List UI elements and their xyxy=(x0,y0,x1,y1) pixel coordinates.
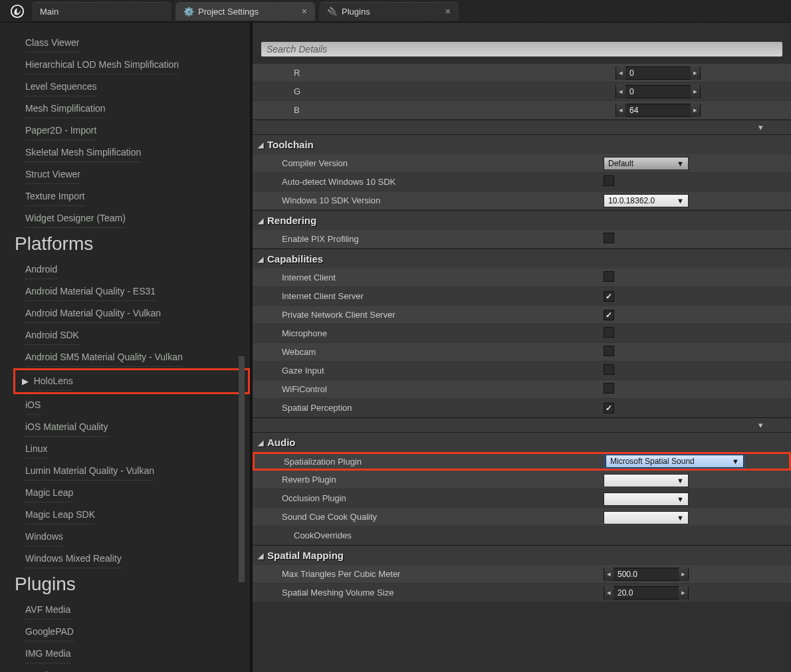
prop-label: R xyxy=(294,68,616,78)
prop-label: Internet Client xyxy=(282,273,604,282)
sidebar-item[interactable]: Class Viewer xyxy=(25,33,79,53)
search-input[interactable]: Search Details xyxy=(261,41,783,57)
checkbox-capability[interactable] xyxy=(604,310,614,320)
expand-strip[interactable]: ▾ xyxy=(253,417,791,432)
checkbox-capability[interactable] xyxy=(604,271,614,282)
spatialization-plugin-combo[interactable]: Microsoft Spatial Sound▼ xyxy=(606,455,744,468)
sidebar-item[interactable]: IMG Media xyxy=(25,644,70,663)
tab-project-settings[interactable]: ⚙️ Project Settings × xyxy=(175,2,315,21)
sidebar-item[interactable]: Level Sequencer xyxy=(25,666,95,672)
close-icon[interactable]: × xyxy=(445,6,451,17)
section-toolchain[interactable]: ◢Toolchain xyxy=(253,134,791,154)
sidebar-item[interactable]: Lumin Material Quality - Vulkan xyxy=(25,461,154,481)
prop-label: Microphone xyxy=(282,328,604,338)
sidebar-item[interactable]: Texture Import xyxy=(25,187,84,206)
tab-plugins[interactable]: 🔌 Plugins × xyxy=(319,2,459,21)
triangle-down-icon: ◢ xyxy=(258,255,263,264)
checkbox-capability[interactable] xyxy=(604,403,614,413)
sidebar-item[interactable]: AVF Media xyxy=(25,600,70,619)
prop-row-capability: WiFiControl xyxy=(253,380,791,399)
section-audio[interactable]: ◢Audio xyxy=(253,432,791,452)
checkbox-pix[interactable] xyxy=(604,233,614,243)
sidebar-item-android[interactable]: Android xyxy=(25,260,57,279)
chevron-right-icon[interactable]: ▸ xyxy=(691,66,700,80)
tab-plugins-label: Plugins xyxy=(342,7,370,17)
section-capabilities[interactable]: ◢Capabilities xyxy=(253,249,791,269)
prop-label: Sound Cue Cook Quality xyxy=(282,512,604,522)
sidebar-item[interactable]: iOS Material Quality xyxy=(25,417,108,437)
prop-label: Gaze Input xyxy=(282,366,604,376)
gear-icon: ⚙️ xyxy=(183,6,194,17)
sidebar-item[interactable]: Mesh Simplification xyxy=(25,99,106,118)
spinner-g[interactable]: ◂0▸ xyxy=(616,85,701,98)
prop-row-compiler: Compiler VersionDefault▼ xyxy=(253,154,791,173)
sidebar-top-items: Class Viewer Hierarchical LOD Mesh Simpl… xyxy=(0,32,250,229)
spinner-max-tri[interactable]: ◂500.0▸ xyxy=(604,568,689,581)
sidebar-item[interactable]: Paper2D - Import xyxy=(25,121,96,140)
prop-row-sdk: Windows 10 SDK Version10.0.18362.0▼ xyxy=(253,191,791,210)
close-icon[interactable]: × xyxy=(302,6,307,17)
sidebar-item[interactable]: Level Sequences xyxy=(25,77,96,96)
sidebar-item[interactable]: Android SM5 Material Quality - Vulkan xyxy=(25,348,183,367)
sidebar-item-windows[interactable]: Windows xyxy=(25,527,63,546)
chevron-right-icon: ▶ xyxy=(22,376,29,386)
sidebar-item[interactable]: Skeletal Mesh Simplification xyxy=(25,143,141,162)
cook-quality-combo[interactable]: ▼ xyxy=(604,511,689,524)
chevron-left-icon[interactable]: ◂ xyxy=(604,586,614,600)
spinner-r[interactable]: ◂0▸ xyxy=(616,66,701,80)
sdk-version-combo[interactable]: 10.0.18362.0▼ xyxy=(604,194,689,207)
sidebar-item[interactable]: Windows Mixed Reality xyxy=(25,549,122,568)
prop-row-pix: Enable PIX Profiling xyxy=(253,230,791,249)
chevron-down-icon: ▾ xyxy=(758,122,763,132)
sidebar-platform-items: Android Android Material Quality - ES31 … xyxy=(0,259,250,570)
expand-strip[interactable]: ▾ xyxy=(253,120,791,134)
chevron-left-icon[interactable]: ◂ xyxy=(616,85,625,98)
scrollbar-thumb[interactable] xyxy=(239,356,245,582)
prop-row-cookoverrides: CookOverrides xyxy=(253,526,791,545)
compiler-version-combo[interactable]: Default▼ xyxy=(604,157,689,170)
prop-row-autodetect: Auto-detect Windows 10 SDK xyxy=(253,173,791,191)
sidebar-item[interactable]: Magic Leap xyxy=(25,483,73,503)
chevron-right-icon[interactable]: ▸ xyxy=(679,586,688,600)
caret-down-icon: ▼ xyxy=(677,514,684,522)
sidebar-item[interactable]: Android Material Quality - ES31 xyxy=(25,282,156,301)
checkbox-capability[interactable] xyxy=(604,291,614,302)
prop-label: CookOverrides xyxy=(294,530,616,540)
sidebar-item[interactable]: Widget Designer (Team) xyxy=(25,209,126,228)
reverb-plugin-combo[interactable]: ▼ xyxy=(604,474,689,487)
sidebar-item[interactable]: Struct Viewer xyxy=(25,165,80,184)
sidebar-item[interactable]: GooglePAD xyxy=(25,622,74,641)
section-label: Toolchain xyxy=(267,139,314,150)
checkbox-capability[interactable] xyxy=(604,364,614,375)
chevron-right-icon[interactable]: ▸ xyxy=(679,568,688,581)
sidebar-item[interactable]: Hierarchical LOD Mesh Simplification xyxy=(25,55,179,74)
checkbox-capability[interactable] xyxy=(604,346,614,356)
svg-point-0 xyxy=(11,5,23,17)
section-spatial-mapping[interactable]: ◢Spatial Mapping xyxy=(253,545,791,565)
sidebar-item-ios[interactable]: iOS xyxy=(25,395,41,415)
sidebar-item[interactable]: Android SDK xyxy=(25,326,79,345)
sidebar-item-linux[interactable]: Linux xyxy=(25,439,47,459)
sidebar-item[interactable]: Magic Leap SDK xyxy=(25,505,95,524)
checkbox-autodetect-sdk[interactable] xyxy=(604,175,614,186)
chevron-right-icon[interactable]: ▸ xyxy=(691,104,700,117)
checkbox-capability[interactable] xyxy=(604,327,614,338)
tab-main[interactable]: Main xyxy=(32,2,171,21)
tab-bar: Main ⚙️ Project Settings × 🔌 Plugins × xyxy=(0,0,791,23)
sidebar-item[interactable]: Android Material Quality - Vulkan xyxy=(25,304,161,323)
prop-label: B xyxy=(294,105,616,115)
spinner-b[interactable]: ◂64▸ xyxy=(616,104,701,117)
section-rendering[interactable]: ◢Rendering xyxy=(253,210,791,230)
checkbox-capability[interactable] xyxy=(604,383,614,393)
sidebar-item-hololens[interactable]: ▶ HoloLens xyxy=(13,368,250,394)
chevron-left-icon[interactable]: ◂ xyxy=(616,104,625,117)
chevron-left-icon[interactable]: ◂ xyxy=(616,66,625,80)
chevron-right-icon[interactable]: ▸ xyxy=(691,85,700,98)
combo-value: Microsoft Spatial Sound xyxy=(610,457,695,466)
triangle-down-icon: ◢ xyxy=(258,439,263,447)
spinner-vol-size[interactable]: ◂20.0▸ xyxy=(604,586,689,600)
prop-row-max-tri: Max Triangles Per Cubic Meter◂500.0▸ xyxy=(253,565,791,584)
occlusion-plugin-combo[interactable]: ▼ xyxy=(604,493,689,506)
prop-label: Spatialization Plugin xyxy=(284,457,606,467)
prop-row-capability: Internet Client xyxy=(253,269,791,287)
